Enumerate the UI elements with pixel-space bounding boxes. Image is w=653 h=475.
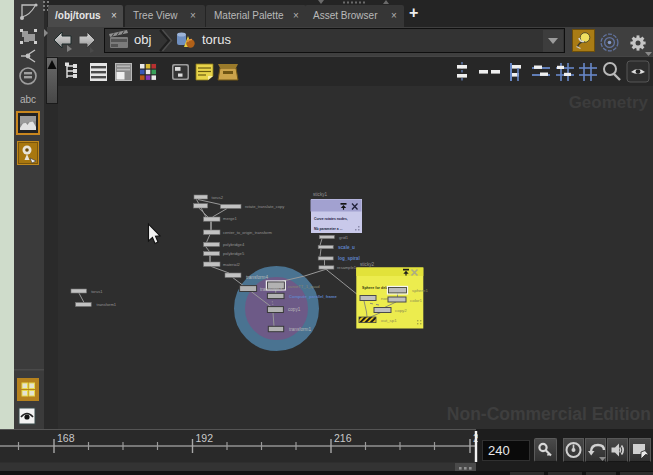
svg-text:Compute_parallel_frame: Compute_parallel_frame xyxy=(289,294,338,299)
svg-text:merge1: merge1 xyxy=(223,216,238,221)
svg-text:copy1: copy1 xyxy=(288,307,301,312)
svg-text:resample1: resample1 xyxy=(337,265,357,270)
svg-text:sphere1: sphere1 xyxy=(412,288,428,293)
svg-text:polybridge4: polybridge4 xyxy=(223,242,245,247)
svg-text:216: 216 xyxy=(334,432,352,444)
svg-text:sticky1: sticky1 xyxy=(313,192,327,197)
svg-text:copy2: copy2 xyxy=(395,308,407,313)
svg-text:scale_u: scale_u xyxy=(338,245,355,250)
svg-text:transform3: transform3 xyxy=(260,287,282,292)
svg-text:192: 192 xyxy=(196,432,214,444)
svg-text:transform1: transform1 xyxy=(97,302,117,307)
svg-text:rotate_translate_copy: rotate_translate_copy xyxy=(245,204,285,209)
svg-text:curveTT_1_quad: curveTT_1_quad xyxy=(288,284,320,289)
svg-text:material2: material2 xyxy=(223,262,241,267)
svg-text:polybridge5: polybridge5 xyxy=(223,251,245,256)
svg-text:sticky2: sticky2 xyxy=(360,262,374,267)
svg-text:Nb parameter a ...: Nb parameter a ... xyxy=(314,227,343,231)
svg-text:Curve rotates nodes,: Curve rotates nodes, xyxy=(314,217,348,221)
svg-text:center_to_origin_transform: center_to_origin_transform xyxy=(223,230,273,235)
svg-text:transform1: transform1 xyxy=(289,327,311,332)
svg-text:torus2: torus2 xyxy=(212,195,224,200)
svg-text:168: 168 xyxy=(57,432,75,444)
svg-text:log_spiral: log_spiral xyxy=(338,256,360,261)
svg-text:grid1: grid1 xyxy=(339,235,349,240)
svg-text:color1: color1 xyxy=(410,298,423,303)
svg-text:transform4: transform4 xyxy=(246,275,268,280)
svg-text:torus1: torus1 xyxy=(91,289,103,294)
svg-text:out_sp1: out_sp1 xyxy=(381,318,397,323)
